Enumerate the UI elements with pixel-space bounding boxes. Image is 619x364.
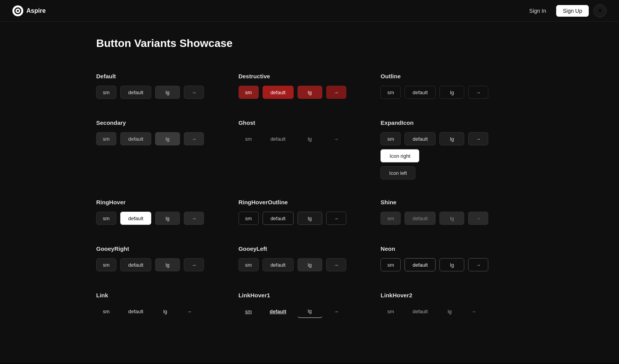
variant-link-buttons: sm default lg → — [96, 305, 231, 318]
outline-default-button[interactable]: default — [405, 86, 436, 99]
variant-linkhover1: LinkHover1 sm default lg → — [239, 284, 381, 331]
outline-lg-button[interactable]: lg — [439, 86, 464, 99]
ringhover-lg-button[interactable]: lg — [155, 212, 180, 225]
signin-button[interactable]: Sign In — [524, 5, 552, 16]
ghost-default-button[interactable]: default — [263, 132, 294, 145]
neon-default-button[interactable]: default — [405, 258, 436, 271]
ringhoveroutline-lg-button[interactable]: lg — [297, 212, 322, 225]
linkhover2-lg-button[interactable]: lg — [439, 305, 460, 318]
link-sm-button[interactable]: sm — [96, 305, 116, 318]
destructive-lg-button[interactable]: lg — [297, 86, 322, 99]
secondary-lg-button[interactable]: lg — [155, 132, 180, 145]
variant-linkhover1-title: LinkHover1 — [239, 292, 373, 298]
variant-outline: Outline sm default lg → — [380, 65, 523, 112]
ghost-lg-button[interactable]: lg — [297, 132, 322, 145]
outline-sm-button[interactable]: sm — [380, 86, 401, 99]
gooeyright-lg-button[interactable]: lg — [155, 258, 180, 271]
outline-icon-button[interactable]: → — [468, 86, 488, 99]
variant-ringhoveroutline: RingHoverOutline sm default lg → — [239, 191, 381, 238]
ringhover-icon-button[interactable]: → — [184, 212, 204, 225]
destructive-sm-button[interactable]: sm — [239, 86, 259, 99]
neon-icon-button[interactable]: → — [468, 258, 488, 271]
gooeyleft-sm-button[interactable]: sm — [239, 258, 259, 271]
neon-lg-button[interactable]: lg — [439, 258, 464, 271]
shine-icon-button[interactable]: → — [468, 212, 488, 225]
shine-lg-button[interactable]: lg — [439, 212, 464, 225]
destructive-default-button[interactable]: default — [263, 86, 294, 99]
gooeyleft-default-button[interactable]: default — [263, 258, 294, 271]
ringhover-sm-button[interactable]: sm — [96, 212, 116, 225]
variant-ringhover-buttons: sm default lg → — [96, 212, 231, 225]
variant-gooeyleft-buttons: sm default lg → — [239, 258, 373, 271]
gooeyright-icon-button[interactable]: → — [184, 258, 204, 271]
gooeyright-default-button[interactable]: default — [120, 258, 151, 271]
expandicon-sm-button[interactable]: sm — [380, 132, 401, 145]
variant-expandicon-buttons: sm default lg → Icon right — [380, 132, 515, 162]
ringhover-default-button[interactable]: default — [120, 212, 151, 225]
ghost-sm-button[interactable]: sm — [239, 132, 259, 145]
variant-linkhover2-title: LinkHover2 — [380, 292, 515, 298]
variant-ghost-buttons: sm default lg → — [239, 132, 373, 145]
navbar: Aspire Sign In Sign Up ☀ — [0, 0, 619, 22]
variant-ghost: Ghost sm default lg → — [239, 112, 381, 191]
shine-sm-button[interactable]: sm — [380, 212, 401, 225]
secondary-icon-button[interactable]: → — [184, 132, 204, 145]
linkhover2-sm-button[interactable]: sm — [380, 305, 401, 318]
variant-destructive: Destructive sm default lg → — [239, 65, 381, 112]
main-content: Button Variants Showcase Default sm defa… — [38, 22, 581, 354]
linkhover1-lg-button[interactable]: lg — [297, 305, 322, 318]
destructive-icon-button[interactable]: → — [326, 86, 346, 99]
linkhover2-icon-button[interactable]: → — [463, 305, 484, 318]
theme-toggle-button[interactable]: ☀ — [593, 4, 607, 17]
variant-link-title: Link — [96, 292, 231, 298]
expandicon-icon-button[interactable]: → — [468, 132, 488, 145]
link-lg-button[interactable]: lg — [155, 305, 175, 318]
default-default-button[interactable]: default — [120, 86, 151, 99]
shine-default-button[interactable]: default — [405, 212, 436, 225]
variant-default-title: Default — [96, 73, 231, 79]
expandicon-lg-button[interactable]: lg — [439, 132, 464, 145]
default-icon-button[interactable]: → — [184, 86, 204, 99]
variant-expandicon: ExpandIcon sm default lg → Icon right Ic… — [380, 112, 523, 191]
ringhoveroutline-default-button[interactable]: default — [263, 212, 294, 225]
expandicon-iconright-button[interactable]: Icon right — [380, 149, 419, 162]
variant-ghost-title: Ghost — [239, 119, 373, 126]
ringhoveroutline-icon-button[interactable]: → — [326, 212, 346, 225]
expandicon-iconleft-button[interactable]: Icon left — [380, 166, 415, 179]
variant-outline-title: Outline — [380, 73, 515, 79]
linkhover1-sm-button[interactable]: sm — [239, 305, 259, 318]
variant-default: Default sm default lg → — [96, 65, 239, 112]
brand-name: Aspire — [26, 7, 46, 14]
brand: Aspire — [12, 5, 46, 16]
expandicon-default-button[interactable]: default — [405, 132, 436, 145]
link-default-button[interactable]: default — [120, 305, 151, 318]
variant-ringhover: RingHover sm default lg → — [96, 191, 239, 238]
secondary-sm-button[interactable]: sm — [96, 132, 116, 145]
default-sm-button[interactable]: sm — [96, 86, 116, 99]
ghost-icon-button[interactable]: → — [326, 132, 346, 145]
variant-ringhoveroutline-buttons: sm default lg → — [239, 212, 373, 225]
variant-gooeyleft-title: GooeyLeft — [239, 245, 373, 252]
variant-expandicon-title: ExpandIcon — [380, 119, 515, 126]
linkhover1-icon-button[interactable]: → — [326, 305, 346, 318]
ringhoveroutline-sm-button[interactable]: sm — [239, 212, 259, 225]
variant-secondary-title: Secondary — [96, 119, 231, 126]
link-icon-button[interactable]: → — [179, 305, 199, 318]
gooeyleft-lg-button[interactable]: lg — [297, 258, 322, 271]
gooeyleft-icon-button[interactable]: → — [326, 258, 346, 271]
secondary-default-button[interactable]: default — [120, 132, 151, 145]
variant-destructive-title: Destructive — [239, 73, 373, 79]
variant-gooeyright-title: GooeyRight — [96, 245, 231, 252]
signup-button[interactable]: Sign Up — [556, 5, 589, 17]
linkhover1-default-button[interactable]: default — [263, 305, 294, 318]
variant-shine-buttons: sm default lg → — [380, 212, 515, 225]
brand-icon — [12, 5, 23, 16]
variant-linkhover1-buttons: sm default lg → — [239, 305, 373, 318]
neon-sm-button[interactable]: sm — [380, 258, 401, 271]
variant-neon: Neon sm default lg → — [380, 238, 523, 284]
linkhover2-default-button[interactable]: default — [405, 305, 436, 318]
variant-linkhover2: LinkHover2 sm default lg → — [380, 284, 523, 331]
page-title: Button Variants Showcase — [96, 37, 523, 50]
default-lg-button[interactable]: lg — [155, 86, 180, 99]
gooeyright-sm-button[interactable]: sm — [96, 258, 116, 271]
